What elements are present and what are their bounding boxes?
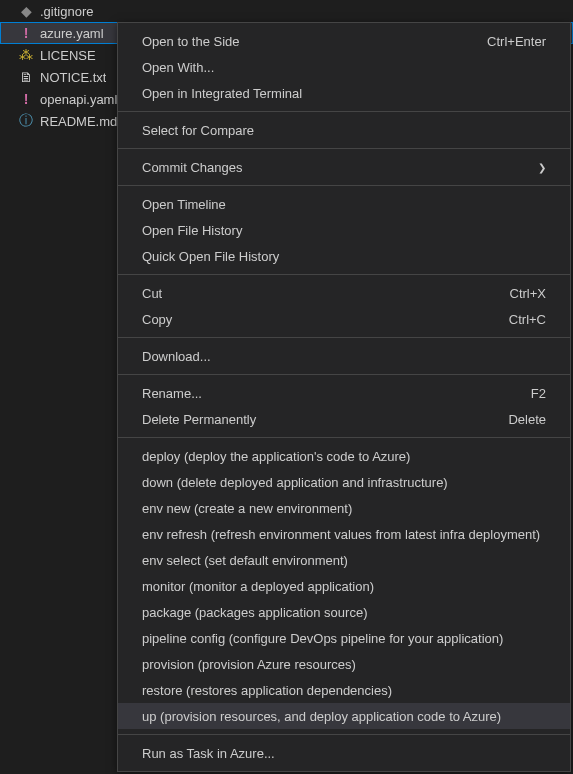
menu-item[interactable]: Open Timeline xyxy=(118,191,570,217)
context-menu: Open to the SideCtrl+EnterOpen With...Op… xyxy=(117,22,571,772)
menu-item-label: down (delete deployed application and in… xyxy=(142,475,448,490)
chevron-right-icon: ❯ xyxy=(538,162,546,173)
menu-separator xyxy=(118,374,570,375)
menu-item-label: package (packages application source) xyxy=(142,605,367,620)
menu-item-label: Select for Compare xyxy=(142,123,254,138)
menu-item-label: Run as Task in Azure... xyxy=(142,746,275,761)
menu-item[interactable]: monitor (monitor a deployed application) xyxy=(118,573,570,599)
menu-item-label: pipeline config (configure DevOps pipeli… xyxy=(142,631,503,646)
menu-item[interactable]: pipeline config (configure DevOps pipeli… xyxy=(118,625,570,651)
menu-item-label: Download... xyxy=(142,349,211,364)
menu-item-label: env new (create a new environment) xyxy=(142,501,352,516)
menu-separator xyxy=(118,337,570,338)
menu-item-label: Open to the Side xyxy=(142,34,240,49)
menu-item-label: Cut xyxy=(142,286,162,301)
menu-item[interactable]: env new (create a new environment) xyxy=(118,495,570,521)
menu-separator xyxy=(118,274,570,275)
menu-item[interactable]: Open in Integrated Terminal xyxy=(118,80,570,106)
menu-separator xyxy=(118,437,570,438)
file-label: azure.yaml xyxy=(40,26,104,41)
menu-item-shortcut: F2 xyxy=(531,386,546,401)
menu-item-shortcut: Ctrl+C xyxy=(509,312,546,327)
file-label: README.md xyxy=(40,114,117,129)
menu-item[interactable]: CutCtrl+X xyxy=(118,280,570,306)
menu-item-label: Delete Permanently xyxy=(142,412,256,427)
menu-item[interactable]: env refresh (refresh environment values … xyxy=(118,521,570,547)
menu-item[interactable]: Quick Open File History xyxy=(118,243,570,269)
file-label: .gitignore xyxy=(40,4,93,19)
menu-item[interactable]: Select for Compare xyxy=(118,117,570,143)
file-row--gitignore[interactable]: ◆.gitignore xyxy=(0,0,573,22)
menu-item[interactable]: provision (provision Azure resources) xyxy=(118,651,570,677)
menu-item-label: up (provision resources, and deploy appl… xyxy=(142,709,501,724)
menu-item-label: env select (set default environment) xyxy=(142,553,348,568)
menu-item[interactable]: up (provision resources, and deploy appl… xyxy=(118,703,570,729)
menu-item-label: Open Timeline xyxy=(142,197,226,212)
menu-item-label: env refresh (refresh environment values … xyxy=(142,527,540,542)
menu-item-shortcut: Ctrl+X xyxy=(510,286,546,301)
menu-item-label: Open in Integrated Terminal xyxy=(142,86,302,101)
menu-separator xyxy=(118,111,570,112)
menu-item[interactable]: down (delete deployed application and in… xyxy=(118,469,570,495)
yaml-icon: ! xyxy=(18,25,34,41)
file-label: LICENSE xyxy=(40,48,96,63)
menu-separator xyxy=(118,148,570,149)
menu-item-label: Copy xyxy=(142,312,172,327)
menu-item[interactable]: Open to the SideCtrl+Enter xyxy=(118,28,570,54)
menu-item[interactable]: CopyCtrl+C xyxy=(118,306,570,332)
menu-item[interactable]: restore (restores application dependenci… xyxy=(118,677,570,703)
menu-item-label: Open With... xyxy=(142,60,214,75)
menu-item[interactable]: Open With... xyxy=(118,54,570,80)
menu-item-shortcut: Ctrl+Enter xyxy=(487,34,546,49)
license-icon: ⁂ xyxy=(18,47,34,63)
menu-separator xyxy=(118,185,570,186)
readme-icon: ⓘ xyxy=(18,113,34,129)
menu-item[interactable]: Run as Task in Azure... xyxy=(118,740,570,766)
menu-item[interactable]: Rename...F2 xyxy=(118,380,570,406)
yaml-icon: ! xyxy=(18,91,34,107)
menu-item[interactable]: Commit Changes❯ xyxy=(118,154,570,180)
menu-item-label: Open File History xyxy=(142,223,242,238)
menu-item-label: restore (restores application dependenci… xyxy=(142,683,392,698)
menu-item-shortcut: Delete xyxy=(508,412,546,427)
file-label: NOTICE.txt xyxy=(40,70,106,85)
menu-separator xyxy=(118,734,570,735)
menu-item-label: Rename... xyxy=(142,386,202,401)
menu-item-label: Quick Open File History xyxy=(142,249,279,264)
menu-item-label: deploy (deploy the application's code to… xyxy=(142,449,410,464)
menu-item[interactable]: deploy (deploy the application's code to… xyxy=(118,443,570,469)
file-label: openapi.yaml xyxy=(40,92,117,107)
menu-item-label: provision (provision Azure resources) xyxy=(142,657,356,672)
menu-item-label: monitor (monitor a deployed application) xyxy=(142,579,374,594)
txt-icon: 🗎 xyxy=(18,69,34,85)
menu-item-label: Commit Changes xyxy=(142,160,242,175)
menu-item[interactable]: Open File History xyxy=(118,217,570,243)
menu-item[interactable]: Delete PermanentlyDelete xyxy=(118,406,570,432)
menu-item[interactable]: package (packages application source) xyxy=(118,599,570,625)
menu-item[interactable]: env select (set default environment) xyxy=(118,547,570,573)
menu-item[interactable]: Download... xyxy=(118,343,570,369)
gitignore-icon: ◆ xyxy=(18,3,34,19)
